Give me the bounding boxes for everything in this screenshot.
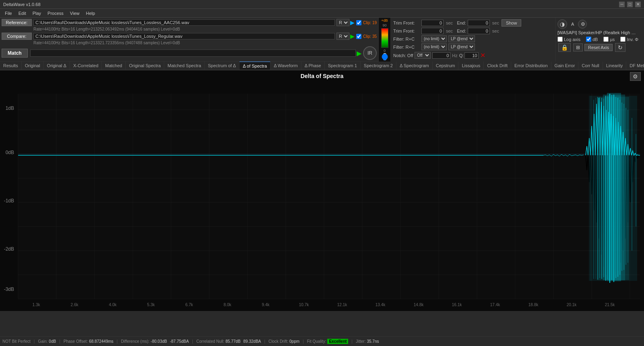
compare-play-button[interactable]: ▶ <box>350 33 355 39</box>
compare-path[interactable] <box>33 33 335 39</box>
tab-original-delta[interactable]: Original Δ <box>44 62 70 70</box>
reference-label[interactable]: Reference: <box>2 19 32 26</box>
theme-button[interactable]: ◑ <box>557 19 567 29</box>
tab-xcorrelated[interactable]: X-Correlated <box>70 62 102 70</box>
trim-end-input2[interactable] <box>468 28 490 34</box>
filter-lp1[interactable]: LP @end <box>448 35 475 42</box>
divider1: | <box>34 339 35 344</box>
gain-value: 0dB <box>49 339 56 344</box>
reference-play-button[interactable]: ▶ <box>350 19 355 26</box>
x-label-16k1: 16.1k <box>452 303 462 307</box>
trim-front-row1: Trim Front: sec End: sec Show <box>393 19 553 27</box>
theme-a-label: A <box>571 22 574 27</box>
show-button[interactable]: Show <box>502 19 522 27</box>
compare-channel[interactable]: RL <box>336 33 349 40</box>
close-button[interactable]: ✕ <box>635 2 641 7</box>
trim-front-label2: Trim Front: <box>393 29 421 33</box>
x-label-5k3: 5.3k <box>147 303 155 307</box>
reference-checkbox[interactable] <box>356 20 361 25</box>
filter-lp2[interactable]: LP @end <box>448 43 475 50</box>
tab-corr-null[interactable]: Corr Null <box>578 62 603 70</box>
device-label: [WASAPI] Speaker/HP (Realtek High Defini… <box>557 30 638 35</box>
x-label-1k3: 1.3k <box>33 303 41 307</box>
menu-process[interactable]: Process <box>44 10 67 16</box>
trim-front-input2[interactable] <box>421 28 444 34</box>
ir-button[interactable]: IR <box>363 46 377 60</box>
menu-edit[interactable]: Edit <box>15 10 29 16</box>
action-buttons-row: 🔒 ⊞ Reset Axis ↻ <box>557 43 642 52</box>
reset-axis-button[interactable]: Reset Axis <box>584 44 613 51</box>
x-label-10k7: 10.7k <box>299 303 309 307</box>
gain-item: Gain: 0dB <box>38 339 56 344</box>
notch-hz-input[interactable] <box>432 52 450 59</box>
tab-spectrogram2[interactable]: Spectrogram 2 <box>361 62 396 70</box>
notch-x-button[interactable]: ✕ <box>480 51 485 59</box>
not-bit-perfect-label: NOT Bit Perfect <box>2 339 31 344</box>
tab-original[interactable]: Original <box>22 62 44 70</box>
notch-label: Notch: Off <box>393 53 413 58</box>
inv-phi-checkbox[interactable] <box>620 37 625 42</box>
filter-select2[interactable]: (no limit) <box>421 43 447 50</box>
clock-value: 0ppm <box>289 339 299 344</box>
minimize-button[interactable]: ─ <box>619 2 625 7</box>
maximize-button[interactable]: □ <box>627 2 633 7</box>
tab-delta-spectrogram[interactable]: Δ Spectrogram <box>396 62 433 70</box>
tab-error-dist[interactable]: Error Distribution <box>511 62 551 70</box>
notch-select[interactable]: Off <box>415 52 431 59</box>
x-label-13k4: 13.4k <box>376 303 386 307</box>
not-bit-perfect-item: NOT Bit Perfect <box>2 339 31 344</box>
end-label1: End: <box>457 21 466 25</box>
tab-delta-spectra[interactable]: Δ of Spectra <box>239 62 270 70</box>
checkboxes-row: Log axis dB µs Inv. Φ <box>557 37 642 42</box>
reference-path[interactable] <box>33 19 335 26</box>
x-label-6k7: 6.7k <box>186 303 194 307</box>
tab-original-spectra[interactable]: Original Spectra <box>126 62 164 70</box>
tab-spectrogram1[interactable]: Spectrogram 1 <box>325 62 361 70</box>
refresh-button[interactable]: ↻ <box>615 43 625 52</box>
chart-settings-button[interactable]: ⚙ <box>630 72 641 81</box>
tab-matched[interactable]: Matched <box>102 62 126 70</box>
match-button[interactable]: Match <box>2 49 28 58</box>
tab-delta-phase[interactable]: Δ Phase <box>301 62 325 70</box>
clock-label: Clock Drift: <box>268 339 288 344</box>
tab-spectrum-delta[interactable]: Spectrum of Δ <box>205 62 240 70</box>
menu-bar: File Edit Play Process View Help <box>0 9 644 18</box>
main-play-button[interactable]: ▶ <box>357 49 361 57</box>
divider5: | <box>264 339 266 344</box>
log-axis-checkbox[interactable] <box>557 37 563 42</box>
tab-delta-waveform[interactable]: Δ Waveform <box>270 62 301 70</box>
notch-q-input[interactable] <box>464 52 479 59</box>
tab-matched-spectra[interactable]: Matched Spectra <box>164 62 204 70</box>
menu-file[interactable]: File <box>2 10 15 16</box>
tab-df-metric[interactable]: DF Metric <box>626 62 644 70</box>
tab-linearity[interactable]: Linearity <box>603 62 627 70</box>
fit-label: Fit Quality: <box>307 339 326 344</box>
tab-cepstrum[interactable]: Cepstrum <box>433 62 459 70</box>
filter-label1: Filter: R+C <box>393 37 421 41</box>
settings-button[interactable]: ⚙ <box>578 20 587 29</box>
lock-button[interactable]: 🔒 <box>558 43 571 52</box>
x-label-17k4: 17.4k <box>490 303 500 307</box>
db-slider[interactable] <box>382 53 388 61</box>
us-checkbox[interactable] <box>603 37 609 42</box>
options-row: ◑ A ⚙ <box>557 19 642 29</box>
compare-label[interactable]: Compare: <box>2 33 32 40</box>
menu-play[interactable]: Play <box>29 10 44 16</box>
tab-results[interactable]: Results <box>0 62 22 70</box>
svg-rect-0 <box>18 94 640 299</box>
corr-null-item: Correlated Null: 85.77dB 89.32dBA <box>196 339 261 344</box>
menu-help[interactable]: Help <box>83 10 99 16</box>
menu-view[interactable]: View <box>67 10 83 16</box>
jitter-label: Jitter: <box>356 339 365 344</box>
trim-front-input1[interactable] <box>421 20 444 26</box>
match-input[interactable] <box>30 49 356 57</box>
tab-gain-error[interactable]: Gain Error <box>551 62 579 70</box>
reference-channel[interactable]: RL <box>336 19 349 26</box>
trim-end-input1[interactable] <box>468 20 490 26</box>
db-checkbox[interactable] <box>586 37 591 42</box>
expand-button[interactable]: ⊞ <box>573 43 583 51</box>
tab-lissajous[interactable]: Lissajous <box>458 62 484 70</box>
compare-checkbox[interactable] <box>356 34 361 39</box>
tab-clock-drift[interactable]: Clock Drift <box>484 62 511 70</box>
filter-select1[interactable]: (no limit) <box>421 35 447 42</box>
